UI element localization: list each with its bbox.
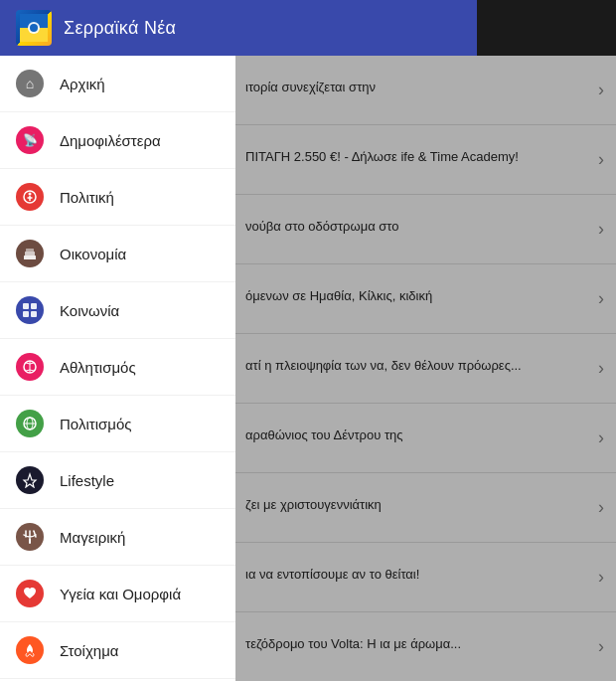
news-item-4[interactable]: ατί η πλειοψηφία των να, δεν θέλουν πρόω… <box>235 334 616 404</box>
news-chevron-4: › <box>598 358 604 379</box>
news-chevron-5: › <box>598 427 604 448</box>
news-item-3[interactable]: όμενων σε Ημαθία, Κίλκις, κιδική › <box>235 264 616 334</box>
sidebar-item-politics[interactable]: Πολιτική <box>0 169 235 226</box>
news-title-1: ΠΙΤΑΓΗ 2.550 €! - Δήλωσε ife & Time Acad… <box>245 148 590 166</box>
sidebar-item-culture[interactable]: Πολιτισμός <box>0 396 235 452</box>
news-text-7: ια να εντοπίσουμε αν το θείται! <box>245 566 598 588</box>
svg-rect-11 <box>23 303 29 309</box>
sidebar-item-society[interactable]: Κοινωνία <box>0 282 235 339</box>
sidebar-label-betting: Στοίχημα <box>60 642 118 659</box>
content-area: ⌂ Αρχική 📡 Δημοφιλέστερα <box>0 56 616 681</box>
news-item-7[interactable]: ια να εντοπίσουμε αν το θείται! › <box>235 543 616 612</box>
sidebar-item-home[interactable]: ⌂ Αρχική <box>0 56 235 112</box>
news-item-2[interactable]: νούβα στο οδόστρωμα στο › <box>235 195 616 264</box>
sidebar-label-society: Κοινωνία <box>60 302 119 319</box>
sidebar-label-lifestyle: Lifestyle <box>60 472 114 489</box>
sports-icon <box>16 353 44 381</box>
news-chevron-6: › <box>598 497 604 518</box>
news-chevron-0: › <box>598 80 604 100</box>
news-text-2: νούβα στο οδόστρωμα στο <box>245 218 598 240</box>
sidebar-item-health[interactable]: Υγεία και Ομορφιά <box>0 566 235 622</box>
sidebar-label-sports: Αθλητισμός <box>60 359 136 376</box>
sidebar-label-home: Αρχική <box>60 76 105 92</box>
news-title-0: ιτορία συνεχίζεται στην <box>245 79 590 96</box>
news-text-6: ζει με χριστουγεννιάτικη <box>245 496 598 518</box>
news-text-3: όμενων σε Ημαθία, Κίλκις, κιδική <box>245 287 598 309</box>
news-text-1: ΠΙΤΑΓΗ 2.550 €! - Δήλωσε ife & Time Acad… <box>245 148 598 170</box>
sidebar-item-lifestyle[interactable]: Lifestyle <box>0 452 235 509</box>
popular-icon: 📡 <box>16 126 44 154</box>
news-title-2: νούβα στο οδόστρωμα στο <box>245 218 590 236</box>
news-item-6[interactable]: ζει με χριστουγεννιάτικη › <box>235 473 616 543</box>
news-text-5: αραθώνιος του Δέντρου της <box>245 426 598 448</box>
politics-icon <box>16 183 44 211</box>
betting-icon <box>16 636 44 664</box>
news-text-8: τεζόδρομο του Volta: Η ια με άρωμα... <box>245 635 598 657</box>
news-title-5: αραθώνιος του Δέντρου της <box>245 426 590 444</box>
economy-icon <box>16 240 44 267</box>
sidebar-label-cooking: Μαγειρική <box>60 529 125 546</box>
sidebar-label-politics: Πολιτική <box>60 189 114 206</box>
app-header: Σερραϊκά Νέα <box>0 0 477 56</box>
news-chevron-2: › <box>598 219 604 240</box>
svg-rect-10 <box>26 249 34 252</box>
news-panel: ιτορία συνεχίζεται στην › ΠΙΤΑΓΗ 2.550 €… <box>235 56 616 681</box>
sidebar-item-sports[interactable]: Αθλητισμός <box>0 339 235 396</box>
sidebar-label-culture: Πολιτισμός <box>60 416 131 432</box>
sidebar-item-betting[interactable]: Στοίχημα <box>0 622 235 679</box>
svg-rect-12 <box>31 303 37 309</box>
sidebar: ⌂ Αρχική 📡 Δημοφιλέστερα <box>0 56 235 681</box>
svg-point-3 <box>30 24 38 32</box>
news-chevron-1: › <box>598 149 604 170</box>
news-item-0[interactable]: ιτορία συνεχίζεται στην › <box>235 56 616 125</box>
home-icon: ⌂ <box>16 70 44 97</box>
app-title: Σερραϊκά Νέα <box>64 18 176 39</box>
news-item-8[interactable]: τεζόδρομο του Volta: Η ια με άρωμα... › <box>235 612 616 681</box>
society-icon <box>16 296 44 324</box>
news-chevron-8: › <box>598 636 604 657</box>
sidebar-item-popular[interactable]: 📡 Δημοφιλέστερα <box>0 112 235 169</box>
news-title-7: ια να εντοπίσουμε αν το θείται! <box>245 566 590 584</box>
sidebar-label-health: Υγεία και Ομορφιά <box>60 586 181 602</box>
news-title-3: όμενων σε Ημαθία, Κίλκις, κιδική <box>245 287 590 305</box>
svg-point-5 <box>29 193 32 196</box>
svg-rect-8 <box>24 255 36 259</box>
news-title-6: ζει με χριστουγεννιάτικη <box>245 496 590 514</box>
news-item-5[interactable]: αραθώνιος του Δέντρου της › <box>235 404 616 473</box>
news-title-8: τεζόδρομο του Volta: Η ια με άρωμα... <box>245 635 590 653</box>
sidebar-item-economy[interactable]: Οικονομία <box>0 226 235 282</box>
news-chevron-7: › <box>598 567 604 588</box>
news-chevron-3: › <box>598 288 604 309</box>
sidebar-label-economy: Οικονομία <box>60 246 126 262</box>
sidebar-item-cooking[interactable]: Μαγειρική <box>0 509 235 566</box>
app-logo <box>16 10 52 46</box>
news-text-4: ατί η πλειοψηφία των να, δεν θέλουν πρόω… <box>245 357 598 379</box>
news-title-4: ατί η πλειοψηφία των να, δεν θέλουν πρόω… <box>245 357 590 375</box>
health-icon <box>16 580 44 607</box>
cooking-icon <box>16 523 44 551</box>
app-container: Σερραϊκά Νέα ⌂ Αρχική 📡 Δημοφιλέστερα <box>0 0 616 681</box>
news-item-1[interactable]: ΠΙΤΑΓΗ 2.550 €! - Δήλωσε ife & Time Acad… <box>235 125 616 195</box>
sidebar-label-popular: Δημοφιλέστερα <box>60 132 161 149</box>
svg-rect-9 <box>25 252 35 255</box>
svg-rect-14 <box>31 311 37 317</box>
news-text-0: ιτορία συνεχίζεται στην <box>245 79 598 100</box>
lifestyle-icon <box>16 466 44 494</box>
culture-icon <box>16 410 44 437</box>
svg-rect-13 <box>23 311 29 317</box>
